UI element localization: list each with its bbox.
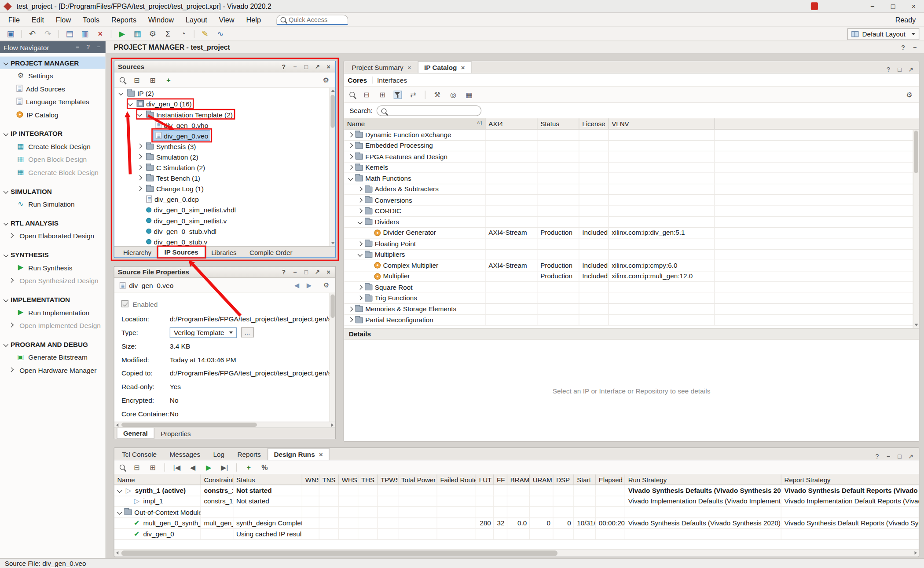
sidebar-item-settings[interactable]: ⚙Settings xyxy=(0,69,106,82)
tab-close-icon[interactable]: × xyxy=(319,451,323,458)
tree-item-synthesis[interactable]: Synthesis (3) xyxy=(114,141,335,151)
tree-item-simulation[interactable]: Simulation (2) xyxy=(114,151,335,162)
minimize-icon[interactable]: − xyxy=(95,44,102,51)
menu-icon[interactable]: ≡ xyxy=(74,44,81,51)
column-header-constraints[interactable]: Constraints xyxy=(201,474,234,484)
add-icon[interactable]: + xyxy=(165,76,173,84)
menu-window[interactable]: Window xyxy=(142,15,180,24)
maximize-icon[interactable]: □ xyxy=(896,66,903,73)
menu-tools[interactable]: Tools xyxy=(77,15,106,24)
chevron-right-icon[interactable] xyxy=(348,306,353,311)
menu-flow[interactable]: Flow xyxy=(50,15,77,24)
redo-icon[interactable]: ↷ xyxy=(43,29,52,38)
quick-access-search[interactable] xyxy=(276,15,348,25)
chevron-right-icon[interactable] xyxy=(348,132,353,137)
sidebar-item-open-block-design[interactable]: ▦Open Block Design xyxy=(0,153,106,165)
column-header-total-power[interactable]: Total Power xyxy=(398,474,437,484)
sidebar-item-open-synthesized-design[interactable]: Open Synthesized Design xyxy=(0,274,106,287)
scrollbar-thumb[interactable] xyxy=(330,95,334,128)
tree-item-div-gen-0-dcp[interactable]: div_gen_0.dcp xyxy=(114,194,335,204)
chevron-right-icon[interactable] xyxy=(358,241,363,246)
scroll-left-icon[interactable] xyxy=(116,551,118,555)
minimize-icon[interactable]: − xyxy=(912,44,918,51)
column-header-vlnv[interactable]: VLNV xyxy=(609,118,715,129)
chevron-right-icon[interactable] xyxy=(348,143,353,148)
catalog-row-multiplier[interactable]: MultiplierProductionIncludedxilinx.com:i… xyxy=(344,271,919,282)
tree-item-div-gen-0-stub-v[interactable]: div_gen_0_stub.v xyxy=(114,236,335,246)
catalog-row-conversions[interactable]: Conversions xyxy=(344,195,919,206)
edit-icon[interactable]: ✎ xyxy=(200,29,209,38)
tree-item-div-gen-0-sim-netlist-v[interactable]: div_gen_0_sim_netlist.v xyxy=(114,215,335,226)
tree-item-div-gen-0[interactable]: div_gen_0 (16) xyxy=(114,98,335,109)
sidebar-section-ip-integrator[interactable]: IP INTEGRATOR xyxy=(0,127,106,139)
scroll-right-icon[interactable] xyxy=(331,423,334,427)
sidebar-item-generate-bitstream[interactable]: ▣Generate Bitstream xyxy=(0,350,106,363)
sidebar-item-run-synthesis[interactable]: ▶Run Synthesis xyxy=(0,261,106,273)
chevron-right-icon[interactable] xyxy=(9,323,14,328)
column-header-report-strategy[interactable]: Report Strategy xyxy=(781,474,919,484)
sidebar-item-create-block-design[interactable]: ▦Create Block Design xyxy=(0,139,106,152)
gear-icon[interactable]: ⚙ xyxy=(905,91,913,99)
filter-icon[interactable] xyxy=(394,91,401,98)
chevron-right-icon[interactable] xyxy=(137,143,142,148)
column-header-elapsed[interactable]: Elapsed xyxy=(596,474,625,484)
add-icon[interactable]: + xyxy=(245,463,253,471)
menu-layout[interactable]: Layout xyxy=(180,15,213,24)
sidebar-section-project-manager[interactable]: PROJECT MANAGER xyxy=(0,57,106,69)
tab-tcl-console[interactable]: Tcl Console xyxy=(116,448,163,460)
play-run-icon[interactable]: ▶ xyxy=(205,463,213,471)
tab-properties[interactable]: Properties xyxy=(154,428,197,439)
tab-log[interactable]: Log xyxy=(207,448,231,460)
tab-interfaces[interactable]: Interfaces xyxy=(377,76,407,84)
run-row-impl-1[interactable]: ▷impl_1constrs_1Not startedVivado Implem… xyxy=(114,496,919,507)
chevron-right-icon[interactable] xyxy=(9,278,14,283)
minimize-icon[interactable]: − xyxy=(885,453,892,460)
column-header-wns[interactable]: WNS xyxy=(302,474,319,484)
chevron-down-icon[interactable] xyxy=(117,488,122,493)
reorder-icon[interactable]: ⇄ xyxy=(409,91,417,99)
maximize-icon[interactable]: □ xyxy=(883,0,903,13)
help-icon[interactable]: ? xyxy=(85,44,92,51)
board-icon[interactable]: ▦ xyxy=(132,29,142,38)
sidebar-item-open-elaborated-design[interactable]: Open Elaborated Design xyxy=(0,229,106,242)
browse-button[interactable]: … xyxy=(241,328,253,338)
tab-reports[interactable]: Reports xyxy=(231,448,268,460)
tab-cores[interactable]: Cores xyxy=(348,76,367,84)
menu-edit[interactable]: Edit xyxy=(26,15,50,24)
column-header-uram[interactable]: URAM xyxy=(530,474,554,484)
scroll-left-icon[interactable] xyxy=(116,423,118,427)
step-next-icon[interactable]: ▶| xyxy=(220,463,229,471)
menu-reports[interactable]: Reports xyxy=(106,15,143,24)
tab-hierarchy[interactable]: Hierarchy xyxy=(117,247,158,257)
gear-icon[interactable]: ⚙ xyxy=(322,76,330,84)
run-row-synth-1-active[interactable]: ▷synth_1 (active)constrs_1Not startedViv… xyxy=(114,485,919,496)
sidebar-item-generate-block-design[interactable]: ▦Generate Block Design xyxy=(0,165,106,178)
catalog-row-kernels[interactable]: Kernels xyxy=(344,162,919,173)
column-header-ff[interactable]: FF xyxy=(494,474,507,484)
column-header-status[interactable]: Status xyxy=(233,474,302,484)
sidebar-item-run-implementation[interactable]: ▶Run Implementation xyxy=(0,306,106,318)
probe-icon[interactable]: ∿ xyxy=(216,29,225,38)
chevron-right-icon[interactable] xyxy=(358,197,363,202)
scrollbar-thumb[interactable] xyxy=(121,550,557,556)
catalog-row-dynamic-function-exchange[interactable]: Dynamic Function eXchange xyxy=(344,130,919,141)
collapse-all-icon[interactable]: ⊟ xyxy=(132,76,141,84)
float-icon[interactable]: ↗ xyxy=(908,66,914,73)
chevron-down-icon[interactable] xyxy=(4,342,8,346)
sum-icon[interactable]: Σ xyxy=(163,29,172,38)
column-header-whs[interactable]: WHS xyxy=(339,474,358,484)
catalog-row-math-functions[interactable]: Math Functions xyxy=(344,173,919,184)
tab-project-summary[interactable]: Project Summary× xyxy=(345,61,418,73)
catalog-row-trig-functions[interactable]: Trig Functions xyxy=(344,293,919,304)
menu-view[interactable]: View xyxy=(213,15,240,24)
scrollbar-thumb[interactable] xyxy=(330,295,334,318)
chevron-right-icon[interactable] xyxy=(358,295,363,300)
sidebar-section-rtl-analysis[interactable]: RTL ANALYSIS xyxy=(0,217,106,229)
chevron-down-icon[interactable] xyxy=(117,510,122,514)
layout-selector[interactable]: Default Layout xyxy=(847,28,919,40)
chevron-right-icon[interactable] xyxy=(137,175,142,180)
step-prev-icon[interactable]: ◀ xyxy=(189,463,197,471)
scroll-right-icon[interactable] xyxy=(915,551,917,555)
help-icon[interactable]: ? xyxy=(900,44,906,51)
chevron-right-icon[interactable] xyxy=(137,186,142,191)
